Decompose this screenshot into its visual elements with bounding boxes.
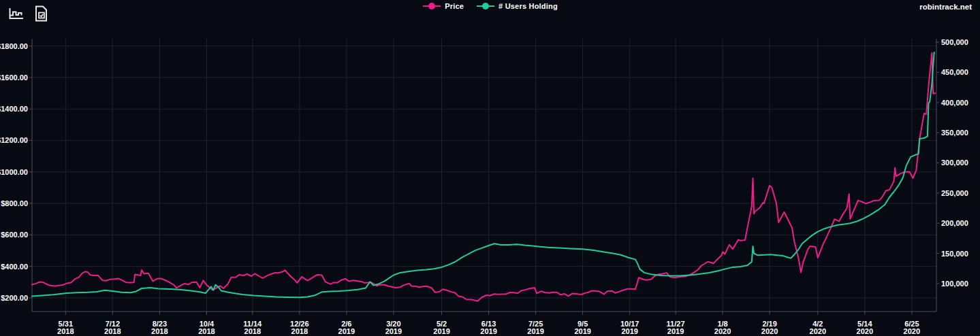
svg-text:2020: 2020 [904, 327, 920, 335]
svg-text:2018: 2018 [104, 327, 121, 335]
svg-text:2019: 2019 [480, 327, 496, 335]
svg-text:500,000: 500,000 [941, 38, 968, 46]
svg-text:2019: 2019 [667, 327, 684, 335]
svg-text:150,000: 150,000 [941, 250, 968, 258]
users-legend-marker [476, 2, 495, 10]
chart-canvas[interactable]: $200.00$400.00$600.00$800.00$1000.00$120… [0, 0, 980, 336]
y-axis-right-labels: 100,000150,000200,000250,000300,000350,0… [941, 38, 968, 288]
svg-text:100,000: 100,000 [941, 280, 968, 288]
svg-text:300,000: 300,000 [941, 158, 968, 167]
chart-legend: Price # Users Holding [0, 1, 980, 12]
svg-text:2018: 2018 [244, 327, 261, 335]
svg-text:2019: 2019 [433, 327, 449, 335]
svg-text:$1800.00: $1800.00 [0, 42, 28, 50]
svg-text:2018: 2018 [151, 327, 168, 335]
svg-text:$1600.00: $1600.00 [0, 73, 28, 82]
svg-text:250,000: 250,000 [941, 189, 968, 197]
top-toolbar: Price # Users Holding robintrack.net [0, 0, 980, 26]
svg-text:200,000: 200,000 [941, 219, 968, 227]
svg-text:2019: 2019 [621, 327, 637, 335]
svg-text:$1200.00: $1200.00 [0, 136, 28, 144]
legend-users-label: # Users Holding [499, 2, 558, 10]
svg-text:2019: 2019 [527, 327, 543, 335]
legend-item-price[interactable]: Price [422, 2, 464, 10]
svg-text:$1400.00: $1400.00 [0, 105, 28, 113]
site-name: robintrack.net [919, 3, 972, 11]
y-axis-left-labels: $200.00$400.00$600.00$800.00$1000.00$120… [0, 42, 28, 302]
axis-lines [29, 39, 939, 315]
svg-text:$800.00: $800.00 [1, 199, 28, 207]
svg-text:2019: 2019 [574, 327, 590, 335]
svg-text:2018: 2018 [291, 327, 308, 335]
legend-price-label: Price [445, 2, 464, 10]
svg-text:2020: 2020 [810, 327, 826, 335]
svg-text:2018: 2018 [57, 327, 74, 335]
price-line [32, 53, 935, 301]
robintrack-chart-page: $200.00$400.00$600.00$800.00$1000.00$120… [0, 0, 980, 336]
svg-text:2020: 2020 [714, 327, 731, 335]
svg-text:$1000.00: $1000.00 [0, 168, 28, 176]
series-lines [32, 52, 935, 301]
svg-text:2019: 2019 [385, 327, 402, 335]
svg-text:2019: 2019 [338, 327, 355, 335]
legend-item-users[interactable]: # Users Holding [476, 2, 558, 10]
x-axis-labels: 5/3120187/1220188/23201810/4201811/14201… [57, 320, 920, 335]
svg-text:2020: 2020 [761, 327, 778, 335]
svg-text:350,000: 350,000 [941, 129, 968, 137]
svg-text:2018: 2018 [198, 327, 215, 335]
svg-text:400,000: 400,000 [941, 99, 968, 107]
price-legend-marker [422, 2, 441, 10]
svg-text:2020: 2020 [857, 327, 873, 335]
svg-text:$600.00: $600.00 [1, 231, 28, 239]
svg-text:$400.00: $400.00 [1, 263, 28, 271]
svg-text:$200.00: $200.00 [1, 294, 28, 302]
svg-text:450,000: 450,000 [941, 68, 968, 76]
